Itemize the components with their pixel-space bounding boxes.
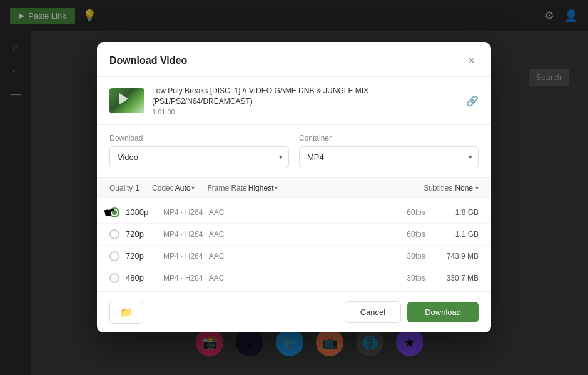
quality-name-720p-60: 720p <box>126 229 163 239</box>
modal-overlay: Download Video × Low Poly Breaks [DISC. … <box>0 0 588 375</box>
modal-title: Download Video <box>109 55 187 66</box>
quality-fps-480p-30: 30fps <box>397 274 435 282</box>
quality-codec-720p-30: MP4 · H264 · AAC <box>163 252 397 261</box>
quality-codec-480p-30: MP4 · H264 · AAC <box>163 274 397 282</box>
framerate-option-group[interactable]: Frame Rate Highest ▾ <box>207 184 278 192</box>
modal-header: Download Video × <box>97 42 491 77</box>
radio-720p-60 <box>109 229 119 239</box>
quality-name-1080p-60: 1080p <box>126 208 163 217</box>
video-info-row: Low Poly Breaks [DISC. 1] // VIDEO GAME … <box>97 77 491 125</box>
quality-row-720p-30[interactable]: 720p MP4 · H264 · AAC 30fps 743.9 MB <box>97 246 491 268</box>
quality-size-480p-30: 330.7 MB <box>435 274 479 282</box>
folder-icon: 📁 <box>120 306 133 318</box>
video-duration: 1:01:00 <box>152 108 459 116</box>
subtitles-label: Subtitles <box>423 184 452 192</box>
modal-footer: 📁 Cancel Download <box>97 291 491 332</box>
container-dropdown-wrapper: MP4 MKV WebM ▾ <box>299 146 479 168</box>
quality-codec-720p-60: MP4 · H264 · AAC <box>163 230 397 239</box>
video-title: Low Poly Breaks [DISC. 1] // VIDEO GAME … <box>152 86 459 107</box>
container-select[interactable]: MP4 MKV WebM <box>299 146 479 168</box>
download-label: Download <box>109 134 289 142</box>
container-selector-group: Container MP4 MKV WebM ▾ <box>299 134 479 168</box>
quality-row-1080p-60[interactable]: 1080p MP4 · H264 · AAC 60fps 1.8 GB <box>97 202 491 224</box>
quality-name-720p-30: 720p <box>126 251 163 261</box>
codec-arrow: ▾ <box>191 184 195 191</box>
codec-value: Auto <box>175 184 191 192</box>
container-label: Container <box>299 134 479 142</box>
download-select[interactable]: Video Audio <box>109 146 289 168</box>
radio-480p-30 <box>109 273 119 283</box>
download-selector-group: Download Video Audio ▾ <box>109 134 289 168</box>
subtitles-value: None <box>455 184 473 192</box>
subtitles-option-group[interactable]: Subtitles None ▾ <box>423 184 479 192</box>
selectors-row: Download Video Audio ▾ Container MP4 MKV… <box>97 125 491 178</box>
download-video-modal: Download Video × Low Poly Breaks [DISC. … <box>97 42 491 332</box>
framerate-value: Highest <box>248 184 274 192</box>
quality-value: 1 <box>135 184 139 192</box>
quality-fps-720p-30: 30fps <box>397 252 435 261</box>
cancel-button[interactable]: Cancel <box>345 301 401 323</box>
modal-close-button[interactable]: × <box>464 54 479 68</box>
quality-label: Quality <box>109 184 133 192</box>
quality-list: 1080p MP4 · H264 · AAC 60fps 1.8 GB 720p… <box>97 199 491 291</box>
download-dropdown-wrapper: Video Audio ▾ <box>109 146 289 168</box>
subtitles-arrow: ▾ <box>475 184 479 191</box>
quality-size-1080p-60: 1.8 GB <box>435 208 479 217</box>
quality-row-480p-30[interactable]: 480p MP4 · H264 · AAC 30fps 330.7 MB <box>97 268 491 289</box>
quality-fps-720p-60: 60fps <box>397 230 435 239</box>
radio-720p-30 <box>109 251 119 261</box>
quality-fps-1080p-60: 60fps <box>397 208 435 217</box>
video-info-text: Low Poly Breaks [DISC. 1] // VIDEO GAME … <box>152 86 459 116</box>
quality-size-720p-30: 743.9 MB <box>435 252 479 261</box>
quality-row-720p-60[interactable]: 720p MP4 · H264 · AAC 60fps 1.1 GB <box>97 224 491 246</box>
framerate-label: Frame Rate <box>207 184 246 192</box>
framerate-arrow: ▾ <box>275 184 278 191</box>
folder-button[interactable]: 📁 <box>109 301 143 324</box>
codec-label: Codec <box>152 184 174 192</box>
quality-name-480p-30: 480p <box>126 273 163 282</box>
codec-option-group[interactable]: Codec Auto ▾ <box>152 184 195 192</box>
download-button[interactable]: Download <box>407 302 479 322</box>
quality-size-720p-60: 1.1 GB <box>435 230 479 239</box>
options-row: Quality 1 Codec Auto ▾ Frame Rate Highes… <box>97 178 491 199</box>
quality-option-group: Quality 1 <box>109 184 139 192</box>
radio-1080p-60 <box>109 208 119 218</box>
quality-codec-1080p-60: MP4 · H264 · AAC <box>163 208 397 217</box>
link-icon[interactable]: 🔗 <box>466 95 479 107</box>
video-thumbnail <box>109 88 144 113</box>
